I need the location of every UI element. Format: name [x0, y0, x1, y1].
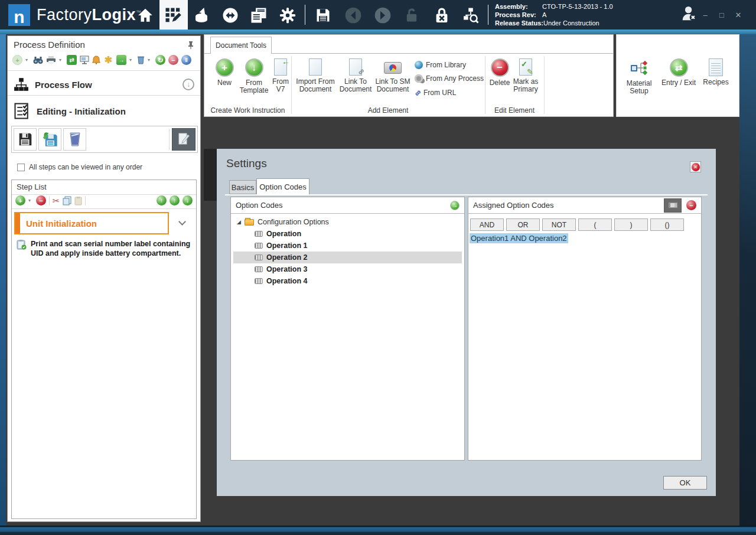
from-template-button[interactable]: ↓ From Template: [237, 58, 271, 94]
from-url-button[interactable]: ∞ From URL: [415, 88, 456, 97]
tab-document-tools[interactable]: Document Tools: [210, 37, 272, 54]
tab-basics[interactable]: Basics: [229, 180, 256, 194]
operator-close-paren-button[interactable]: ): [614, 218, 648, 231]
side-tools-panel: Material Setup ⇄ Entry / Exit Recipes: [616, 34, 739, 117]
ribbon-body: + New ↓ From Template ← From V7 Create W…: [204, 54, 613, 116]
step-list-toolbar: + ▾ − ✂ ↑ ↑ ↓: [15, 195, 193, 205]
tree-node-operation[interactable]: Operation: [233, 228, 462, 240]
navigate-button[interactable]: [220, 5, 240, 25]
back-button[interactable]: [343, 5, 363, 25]
presentation-icon[interactable]: [80, 56, 89, 64]
assigned-option-codes-header: Assigned Option Codes: [473, 201, 554, 210]
export-dropdown-icon[interactable]: ▾: [129, 57, 134, 63]
collapse-section-icon[interactable]: ↓: [183, 79, 194, 90]
trash-icon[interactable]: [137, 56, 145, 64]
move-step-down-icon[interactable]: ↓: [183, 195, 193, 205]
remove-assigned-code-button[interactable]: −: [686, 200, 696, 210]
paste-icon[interactable]: [74, 196, 82, 205]
from-library-button[interactable]: From Library: [415, 61, 466, 69]
pin-icon[interactable]: [187, 41, 194, 49]
logout-user-button[interactable]: [679, 4, 699, 24]
import-from-document-button[interactable]: Import From Document: [294, 58, 337, 93]
move-step-up-icon[interactable]: ↑: [170, 195, 180, 205]
print-dropdown-icon[interactable]: ▾: [59, 57, 64, 63]
operator-or-button[interactable]: OR: [506, 218, 540, 231]
discard-trash-button[interactable]: [63, 128, 86, 151]
tree-node-operation-1[interactable]: Operation 1: [233, 240, 462, 252]
any-order-option[interactable]: All steps can be viewed in any order: [17, 163, 142, 171]
step-item-unit-initialization[interactable]: Unit Initialization: [14, 212, 169, 234]
recipes-button[interactable]: Recipes: [699, 58, 732, 86]
from-any-process-button[interactable]: From Any Process: [415, 74, 484, 83]
link-to-document-button[interactable]: ∞ Link To Document: [338, 58, 373, 93]
export-package-icon[interactable]: →: [116, 55, 126, 65]
add-step-icon[interactable]: +: [15, 195, 25, 205]
expression-editor-icon: [669, 203, 677, 208]
expression-area[interactable]: Operation1 AND Operation2: [470, 234, 568, 243]
assembly-info: Assembly:CTO-TP-5-13-2013 - 1.0 Process …: [495, 2, 613, 27]
find-binoculars-icon[interactable]: [33, 56, 43, 64]
pause-icon[interactable]: ‖: [181, 55, 191, 65]
add-step-dropdown-icon[interactable]: ▾: [28, 198, 33, 203]
tree-node-operation-4[interactable]: Operation 4: [233, 275, 462, 287]
copy-icon[interactable]: [63, 196, 71, 205]
create-group-label: Create Work Instruction: [204, 106, 291, 115]
step-expand-chevron-icon[interactable]: [178, 218, 186, 226]
ok-button[interactable]: OK: [663, 476, 707, 490]
mark-as-primary-button[interactable]: ✓✎ Mark as Primary: [510, 58, 541, 93]
new-instruction-button[interactable]: + New: [211, 58, 237, 87]
operator-and-button[interactable]: AND: [470, 218, 504, 231]
lock-revision-button[interactable]: [432, 5, 452, 25]
edit-document-toggle[interactable]: [172, 128, 195, 151]
forward-button[interactable]: [373, 5, 393, 25]
process-flow-section[interactable]: Process Flow ↓: [8, 74, 200, 95]
cut-icon[interactable]: ✂: [53, 196, 60, 205]
reports-button[interactable]: [249, 5, 269, 25]
tree-node-operation-2[interactable]: Operation 2: [233, 252, 462, 263]
operator-open-paren-button[interactable]: (: [578, 218, 612, 231]
sync-process-icon[interactable]: ⇄: [67, 55, 77, 65]
trash-dropdown-icon[interactable]: ▾: [148, 57, 152, 63]
gear-flower-icon[interactable]: ✱: [103, 55, 113, 65]
tree-node-operation-3[interactable]: Operation 3: [233, 263, 462, 275]
delete-element-button[interactable]: − Delete: [488, 58, 511, 87]
tree-expander-icon[interactable]: ◢: [233, 219, 241, 225]
home-button[interactable]: [135, 5, 155, 25]
tab-option-codes[interactable]: Option Codes: [256, 178, 309, 194]
close-button[interactable]: ✕: [733, 11, 744, 19]
remove-step-icon[interactable]: −: [36, 195, 46, 205]
save-as-template-button[interactable]: [38, 128, 61, 151]
process-flow-icon: [14, 77, 29, 92]
print-icon[interactable]: [46, 56, 56, 64]
unlock-button[interactable]: [402, 5, 422, 25]
link-to-sm-document-button[interactable]: Link To SM Document: [374, 58, 411, 93]
remove-icon[interactable]: −: [168, 55, 178, 65]
assign-option-code-button[interactable]: →: [450, 201, 460, 210]
process-editor-button[interactable]: [163, 5, 183, 25]
maximize-button[interactable]: □: [716, 11, 727, 19]
tree-node-configuration-options[interactable]: ◢ Configuration Options: [233, 216, 462, 228]
process-audit-button[interactable]: [461, 5, 481, 25]
from-v7-button[interactable]: ← From V7: [271, 58, 291, 93]
settings-gear-button[interactable]: [278, 5, 298, 25]
from-any-process-label: From Any Process: [426, 74, 484, 83]
material-setup-button[interactable]: Material Setup: [623, 58, 656, 95]
dialog-close-button[interactable]: ✕: [690, 161, 701, 172]
entry-exit-button[interactable]: ⇄ Entry / Exit: [659, 58, 698, 87]
refresh-icon[interactable]: ↻: [155, 55, 165, 65]
move-step-into-icon[interactable]: ↑: [157, 195, 167, 205]
logo-n-icon: n: [14, 8, 24, 26]
operator-paren-pair-button[interactable]: (): [650, 218, 684, 231]
from-v7-label: From V7: [271, 78, 291, 93]
minimize-button[interactable]: –: [700, 11, 711, 19]
any-order-checkbox[interactable]: [17, 164, 25, 171]
operator-not-button[interactable]: NOT: [542, 218, 576, 231]
group-separator: [544, 56, 545, 114]
save-button[interactable]: [313, 5, 333, 25]
expression-editor-toggle[interactable]: [664, 198, 682, 213]
data-import-button[interactable]: [191, 5, 211, 25]
add-icon[interactable]: +: [12, 55, 22, 65]
save-document-button[interactable]: [14, 128, 37, 151]
bell-icon[interactable]: [92, 56, 100, 64]
add-dropdown-icon[interactable]: ▾: [25, 57, 30, 63]
